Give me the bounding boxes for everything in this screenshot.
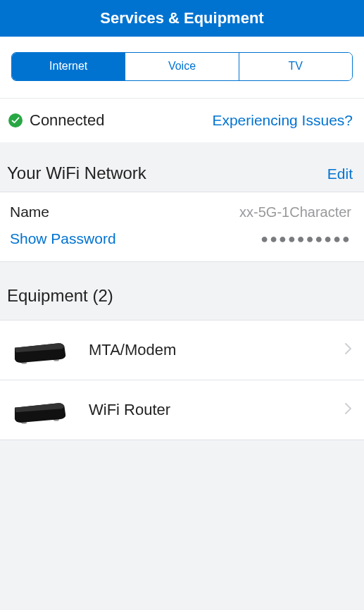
- tab-label: Internet: [49, 60, 87, 72]
- show-password-link[interactable]: Show Password: [10, 230, 116, 247]
- wifi-section-header: Your WiFi Network Edit: [0, 142, 364, 192]
- wifi-name-label: Name: [10, 204, 49, 220]
- chevron-right-icon: [344, 401, 353, 419]
- connection-status-label: Connected: [30, 111, 104, 130]
- service-tabs: Internet Voice TV: [11, 52, 353, 81]
- tabs-container: Internet Voice TV: [0, 37, 364, 98]
- page-header: Services & Equipment: [0, 0, 364, 37]
- tab-label: TV: [289, 60, 303, 72]
- check-circle-icon: [8, 113, 23, 127]
- svg-point-0: [21, 361, 27, 364]
- chevron-right-icon: [344, 341, 353, 359]
- wifi-section-title: Your WiFi Network: [7, 163, 146, 183]
- experiencing-issues-link[interactable]: Experiencing Issues?: [212, 112, 353, 129]
- wifi-details: Name xx-5G-1Character Show Password ●●●●…: [0, 192, 364, 262]
- edit-wifi-link[interactable]: Edit: [327, 166, 353, 182]
- equipment-section-title: Equipment (2): [7, 286, 113, 305]
- svg-point-3: [54, 418, 59, 421]
- equipment-item-modem[interactable]: MTA/Modem: [0, 320, 364, 380]
- wifi-name-value: xx-5G-1Character: [239, 204, 351, 220]
- router-device-icon: [11, 390, 69, 430]
- svg-point-2: [21, 421, 27, 424]
- status-left: Connected: [8, 111, 104, 130]
- wifi-password-masked: ●●●●●●●●●●: [261, 232, 351, 247]
- wifi-password-row: Show Password ●●●●●●●●●●: [10, 230, 351, 247]
- modem-device-icon: [11, 330, 69, 370]
- equipment-section-header: Equipment (2): [0, 262, 364, 320]
- equipment-item-label: WiFi Router: [89, 401, 325, 419]
- tab-internet[interactable]: Internet: [12, 53, 125, 80]
- svg-point-1: [54, 359, 59, 361]
- wifi-name-row: Name xx-5G-1Character: [10, 204, 351, 220]
- connection-status-bar: Connected Experiencing Issues?: [0, 98, 364, 142]
- equipment-item-label: MTA/Modem: [89, 341, 325, 359]
- tab-tv[interactable]: TV: [239, 53, 352, 80]
- equipment-item-router[interactable]: WiFi Router: [0, 380, 364, 440]
- tab-voice[interactable]: Voice: [125, 53, 239, 80]
- page-title: Services & Equipment: [100, 9, 263, 27]
- tab-label: Voice: [168, 60, 196, 72]
